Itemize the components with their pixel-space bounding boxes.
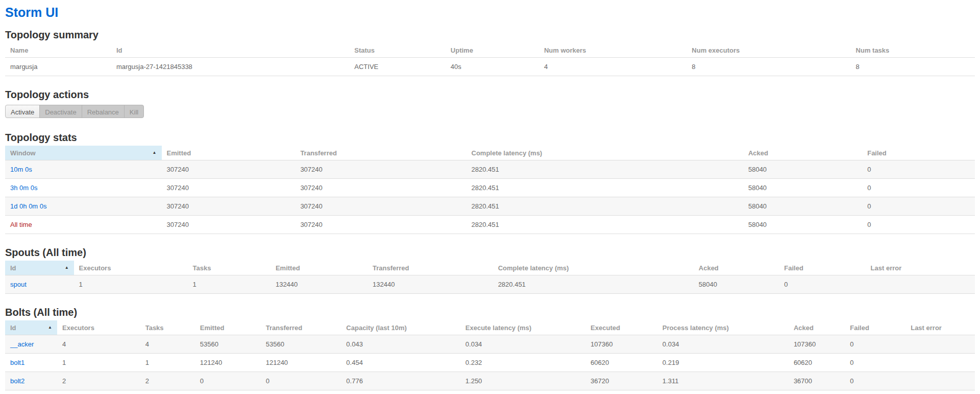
bolt-link-bolt2[interactable]: bolt2 [10, 377, 24, 385]
column-header-num-tasks[interactable]: Num tasks [851, 43, 975, 58]
capacity-cell: 0.776 [341, 372, 460, 390]
executors-cell: 4 [57, 335, 140, 354]
column-header-last-error[interactable]: Last error [905, 320, 975, 335]
table-row: margusja margusja-27-1421845338 ACTIVE 4… [5, 58, 975, 76]
executors-cell: 2 [57, 372, 140, 390]
acked-cell: 58040 [743, 216, 862, 234]
column-header-execute-latency[interactable]: Execute latency (ms) [460, 320, 585, 335]
executed-cell: 36720 [585, 372, 657, 390]
deactivate-button[interactable]: Deactivate [39, 105, 82, 118]
tasks-cell: 4 [140, 335, 195, 354]
executors-cell: 1 [74, 275, 188, 294]
column-header-process-latency[interactable]: Process latency (ms) [657, 320, 789, 335]
column-header-acked[interactable]: Acked [694, 261, 779, 275]
column-header-tasks[interactable]: Tasks [140, 320, 195, 335]
kill-button[interactable]: Kill [124, 105, 144, 118]
complete-latency-cell: 2820.451 [467, 160, 743, 179]
column-header-emitted[interactable]: Emitted [162, 146, 296, 160]
failed-cell: 0 [862, 216, 975, 234]
column-header-uptime[interactable]: Uptime [446, 43, 539, 58]
column-header-executed[interactable]: Executed [585, 320, 657, 335]
acked-cell: 58040 [694, 275, 779, 294]
column-header-id[interactable]: Id ▲ [5, 261, 74, 275]
window-link-all-time[interactable]: All time [10, 221, 32, 228]
emitted-cell: 307240 [162, 197, 296, 216]
column-header-capacity[interactable]: Capacity (last 10m) [341, 320, 460, 335]
table-row: spout 1 1 132440 132440 2820.451 58040 0 [5, 275, 975, 294]
column-header-name[interactable]: Name [5, 43, 111, 58]
complete-latency-cell: 2820.451 [467, 216, 743, 234]
table-row: All time 307240 307240 2820.451 58040 0 [5, 216, 975, 234]
window-link-3h[interactable]: 3h 0m 0s [10, 184, 37, 192]
column-header-id[interactable]: Id [111, 43, 349, 58]
topology-stats-table: Window ▲ Emitted Transferred Complete la… [5, 146, 975, 234]
rebalance-button[interactable]: Rebalance [82, 105, 125, 118]
transferred-cell: 53560 [261, 335, 341, 354]
execute-latency-cell: 0.232 [460, 354, 585, 372]
column-header-status[interactable]: Status [349, 43, 446, 58]
process-latency-cell: 1.311 [657, 372, 789, 390]
storm-ui-page: Storm UI Topology summary Name Id Status… [0, 0, 980, 390]
topology-name-cell: margusja [5, 58, 111, 76]
tasks-cell: 1 [188, 275, 271, 294]
complete-latency-cell: 2820.451 [467, 197, 743, 216]
column-header-acked[interactable]: Acked [743, 146, 862, 160]
executed-cell: 60620 [585, 354, 657, 372]
table-row: bolt2 2 2 0 0 0.776 1.250 36720 1.311 36… [5, 372, 975, 390]
column-header-executors[interactable]: Executors [74, 261, 188, 275]
acked-cell: 36700 [789, 372, 845, 390]
column-header-failed[interactable]: Failed [845, 320, 905, 335]
complete-latency-cell: 2820.451 [493, 275, 694, 294]
acked-cell: 58040 [743, 179, 862, 197]
column-header-id[interactable]: Id ▲ [5, 320, 57, 335]
column-header-last-error[interactable]: Last error [866, 261, 975, 275]
column-header-tasks[interactable]: Tasks [188, 261, 271, 275]
column-header-num-executors[interactable]: Num executors [687, 43, 850, 58]
transferred-cell: 307240 [295, 160, 466, 179]
column-header-acked[interactable]: Acked [789, 320, 845, 335]
executors-cell: 1 [57, 354, 140, 372]
spouts-heading: Spouts (All time) [5, 246, 975, 259]
column-header-complete-latency[interactable]: Complete latency (ms) [467, 146, 743, 160]
emitted-cell: 132440 [271, 275, 368, 294]
last-error-cell [905, 335, 975, 354]
complete-latency-cell: 2820.451 [467, 179, 743, 197]
bolt-link-acker[interactable]: __acker [10, 340, 34, 348]
column-header-label: Id [10, 324, 16, 332]
topology-actions-heading: Topology actions [5, 88, 975, 101]
column-header-transferred[interactable]: Transferred [295, 146, 466, 160]
activate-button[interactable]: Activate [5, 105, 40, 118]
column-header-window[interactable]: Window ▲ [5, 146, 162, 160]
emitted-cell: 307240 [162, 160, 296, 179]
column-header-emitted[interactable]: Emitted [195, 320, 261, 335]
topology-id-cell: margusja-27-1421845338 [111, 58, 349, 76]
page-title[interactable]: Storm UI [5, 5, 975, 19]
window-link-10m[interactable]: 10m 0s [10, 166, 32, 173]
table-header-row: Window ▲ Emitted Transferred Complete la… [5, 146, 975, 160]
failed-cell: 0 [845, 354, 905, 372]
column-header-label: Id [10, 264, 16, 272]
failed-cell: 0 [862, 179, 975, 197]
column-header-transferred[interactable]: Transferred [261, 320, 341, 335]
topology-summary-heading: Topology summary [5, 29, 975, 41]
failed-cell: 0 [862, 160, 975, 179]
emitted-cell: 307240 [162, 216, 296, 234]
window-link-1d[interactable]: 1d 0h 0m 0s [10, 202, 47, 210]
transferred-cell: 132440 [368, 275, 493, 294]
column-header-num-workers[interactable]: Num workers [539, 43, 687, 58]
column-header-complete-latency[interactable]: Complete latency (ms) [493, 261, 694, 275]
bolt-link-bolt1[interactable]: bolt1 [10, 359, 24, 366]
column-header-failed[interactable]: Failed [862, 146, 975, 160]
table-row: 3h 0m 0s 307240 307240 2820.451 58040 0 [5, 179, 975, 197]
column-header-transferred[interactable]: Transferred [368, 261, 493, 275]
column-header-executors[interactable]: Executors [57, 320, 140, 335]
num-executors-cell: 8 [687, 58, 850, 76]
spout-link[interactable]: spout [10, 281, 27, 288]
column-header-emitted[interactable]: Emitted [271, 261, 368, 275]
column-header-failed[interactable]: Failed [779, 261, 865, 275]
transferred-cell: 0 [261, 372, 341, 390]
last-error-cell [905, 354, 975, 372]
emitted-cell: 53560 [195, 335, 261, 354]
table-header-row: Name Id Status Uptime Num workers Num ex… [5, 43, 975, 58]
table-row: 1d 0h 0m 0s 307240 307240 2820.451 58040… [5, 197, 975, 216]
